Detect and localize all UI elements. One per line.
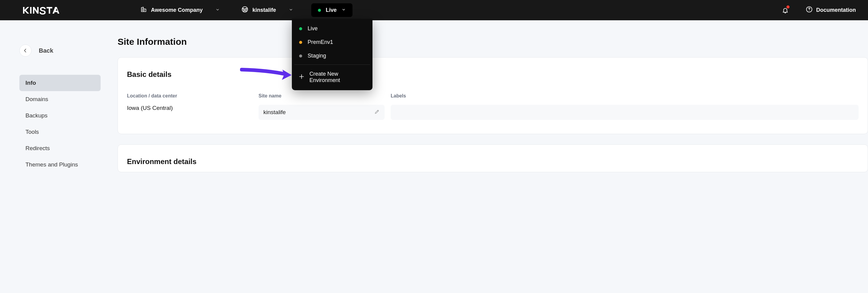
env-option-staging[interactable]: Staging bbox=[292, 49, 372, 63]
env-option-label: Live bbox=[308, 26, 318, 32]
sidebar-item-label: Tools bbox=[26, 129, 39, 135]
site-selector[interactable]: kinstalife bbox=[238, 4, 297, 16]
edit-icon[interactable] bbox=[374, 109, 380, 116]
sidebar-item-label: Backups bbox=[26, 112, 48, 119]
env-option-label: PremEnv1 bbox=[308, 39, 333, 45]
chevron-down-icon bbox=[289, 7, 293, 13]
status-dot-icon bbox=[318, 9, 321, 12]
basic-details-card: Basic details Location / data center Iow… bbox=[118, 57, 868, 134]
sidebar-item-backups[interactable]: Backups bbox=[20, 107, 101, 124]
notification-badge-icon bbox=[786, 5, 789, 8]
sidebar-item-themes-plugins[interactable]: Themes and Plugins bbox=[20, 156, 101, 173]
sidebar-item-label: Domains bbox=[26, 96, 48, 103]
company-selector[interactable]: Awesome Company bbox=[137, 4, 223, 16]
status-dot-icon bbox=[299, 41, 302, 44]
env-option-premenv1[interactable]: PremEnv1 bbox=[292, 35, 372, 49]
svg-rect-0 bbox=[30, 7, 32, 13]
back-label: Back bbox=[39, 47, 53, 54]
building-icon bbox=[141, 6, 147, 14]
environment-selected: Live bbox=[326, 7, 337, 13]
chevron-down-icon bbox=[342, 7, 346, 13]
sidebar-item-label: Redirects bbox=[26, 145, 50, 152]
company-name: Awesome Company bbox=[151, 7, 203, 13]
basic-details-heading: Basic details bbox=[127, 70, 859, 79]
env-option-label: Staging bbox=[308, 53, 326, 59]
sidebar-item-redirects[interactable]: Redirects bbox=[20, 140, 101, 156]
sidebar-item-info[interactable]: Info bbox=[20, 75, 101, 91]
chevron-down-icon bbox=[216, 7, 220, 13]
labels-field[interactable] bbox=[391, 105, 859, 120]
sitename-label: Site name bbox=[258, 93, 391, 99]
brand-logo[interactable] bbox=[23, 6, 65, 14]
env-option-live[interactable]: Live bbox=[292, 22, 372, 35]
status-dot-icon bbox=[299, 27, 302, 30]
environment-details-heading: Environment details bbox=[127, 157, 859, 166]
create-environment-label: Create New Environment bbox=[309, 71, 366, 83]
plus-icon bbox=[299, 74, 305, 81]
site-name: kinstalife bbox=[252, 7, 276, 13]
environment-dropdown: Live PremEnv1 Staging Create New Environ… bbox=[292, 19, 372, 90]
location-value: Iowa (US Central) bbox=[127, 105, 258, 111]
back-button[interactable] bbox=[20, 44, 32, 57]
page-title: Site Information bbox=[118, 37, 868, 47]
svg-point-3 bbox=[809, 10, 809, 11]
dropdown-separator bbox=[294, 65, 370, 65]
sidebar-item-label: Info bbox=[26, 80, 36, 86]
location-label: Location / data center bbox=[127, 93, 258, 99]
environment-selector[interactable]: Live bbox=[311, 3, 352, 17]
sidebar-item-domains[interactable]: Domains bbox=[20, 91, 101, 107]
help-icon bbox=[806, 6, 812, 14]
sidebar-item-label: Themes and Plugins bbox=[26, 161, 78, 168]
sitename-field[interactable]: kinstalife bbox=[258, 105, 384, 120]
documentation-link[interactable]: Documentation bbox=[806, 6, 856, 14]
create-environment-button[interactable]: Create New Environment bbox=[292, 67, 372, 88]
labels-label: Labels bbox=[391, 93, 859, 99]
environment-details-card: Environment details bbox=[118, 144, 868, 172]
sitename-value: kinstalife bbox=[264, 109, 286, 116]
wordpress-icon bbox=[242, 6, 248, 14]
documentation-label: Documentation bbox=[816, 7, 856, 13]
status-dot-icon bbox=[299, 54, 302, 58]
notifications-button[interactable] bbox=[779, 4, 791, 16]
sidebar-item-tools[interactable]: Tools bbox=[20, 124, 101, 140]
